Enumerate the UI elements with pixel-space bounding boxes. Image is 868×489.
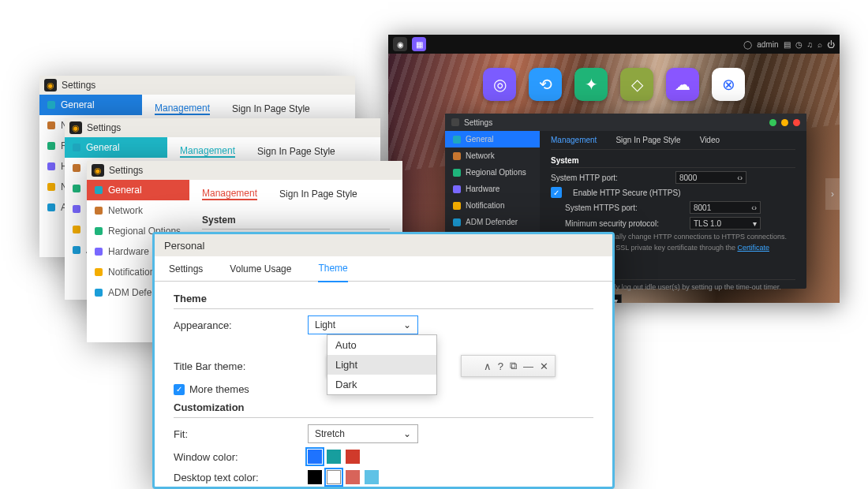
shield-icon: [453, 218, 461, 226]
app-connect[interactable]: ⊗: [712, 68, 745, 101]
dtcolor-swatch[interactable]: [365, 470, 379, 484]
dtcolor-swatch[interactable]: [308, 470, 322, 484]
close-dot[interactable]: [793, 119, 800, 126]
desktop-apps: ◎⟲✦◇☁⊗: [388, 68, 840, 101]
stepper-icon: ‹›: [737, 174, 743, 182]
tab-settings[interactable]: Settings: [169, 263, 203, 274]
appearance-opt-light[interactable]: Light: [327, 355, 436, 375]
power-icon[interactable]: ⏻: [827, 40, 835, 49]
shield-icon: [73, 246, 80, 254]
minimize-icon: —: [523, 360, 533, 372]
help-icon: ?: [498, 360, 503, 372]
section-theme: Theme: [174, 293, 593, 309]
wincolor-swatch[interactable]: [327, 450, 341, 464]
chip-icon: [73, 205, 80, 213]
globe-icon: [73, 164, 80, 172]
appearance-label: Appearance:: [174, 319, 308, 331]
gear-icon: [47, 101, 55, 109]
https-port-input[interactable]: 8001‹›: [690, 201, 761, 214]
dark-tabs: Management Sign In Page Style Video: [551, 131, 795, 150]
dark-side-regional-options[interactable]: Regional Options: [445, 164, 540, 181]
restore-icon: ⧉: [510, 360, 517, 372]
gear-icon: [73, 144, 80, 151]
dark-side-network[interactable]: Network: [445, 147, 540, 164]
settings-title: Settings: [109, 165, 143, 176]
tab-signin[interactable]: Sign In Page Style: [257, 146, 335, 157]
menu-icon[interactable]: ◉: [393, 37, 407, 51]
wincolor-swatch[interactable]: [308, 450, 322, 464]
app-media[interactable]: ◇: [620, 68, 653, 101]
section-customization: Customization: [174, 401, 593, 418]
dark-side-notification[interactable]: Notification: [445, 197, 540, 214]
clock-icon[interactable]: ◷: [795, 40, 803, 49]
user-name[interactable]: admin: [757, 40, 778, 49]
tab-management[interactable]: Management: [155, 103, 210, 115]
side-general[interactable]: General: [39, 95, 142, 115]
tab-management[interactable]: Management: [551, 136, 597, 144]
dashboard-icon[interactable]: ▤: [784, 40, 791, 49]
settings-titlebar: ◉Settings: [65, 118, 380, 137]
settings-title: Settings: [87, 122, 121, 133]
tab-management[interactable]: Management: [180, 145, 235, 158]
fit-label: Fit:: [174, 428, 308, 440]
http-port-input[interactable]: 8000‹›: [675, 171, 746, 184]
app-cleaner[interactable]: ⟲: [529, 68, 562, 101]
globe-alt-icon: [73, 185, 80, 192]
bell-icon[interactable]: ♫: [807, 40, 814, 49]
dark-side-hardware[interactable]: Hardware: [445, 181, 540, 197]
app-utility[interactable]: ◎: [483, 68, 516, 101]
more-themes-checkbox[interactable]: ✓: [174, 384, 185, 395]
wincolor-swatch[interactable]: [346, 450, 360, 464]
grid-icon[interactable]: ▦: [412, 37, 426, 51]
tab-signin[interactable]: Sign In Page Style: [279, 189, 357, 200]
side-general[interactable]: General: [65, 137, 167, 158]
search-icon[interactable]: ⌕: [817, 40, 822, 49]
wincolor-label: Window color:: [174, 451, 308, 463]
side-general[interactable]: General: [87, 180, 189, 200]
section-system: System: [551, 156, 795, 168]
chevron-down-icon: ⌄: [403, 319, 411, 330]
https-checkbox[interactable]: ✓: [551, 187, 562, 198]
tab-theme[interactable]: Theme: [318, 263, 347, 282]
tab-signin[interactable]: Sign In Page Style: [232, 103, 310, 114]
min-dot[interactable]: [769, 119, 776, 126]
dark-side-adm-defender[interactable]: ADM Defender: [445, 214, 540, 230]
app-docs[interactable]: ✦: [574, 68, 608, 101]
appearance-dropdown: Auto Light Dark: [327, 334, 437, 395]
dtcolor-swatches: [308, 470, 379, 484]
gear-icon: ◉: [44, 79, 57, 91]
window-title: Settings: [464, 118, 765, 127]
appearance-opt-dark[interactable]: Dark: [327, 375, 436, 394]
settings-titlebar: ◉Settings: [87, 161, 402, 180]
shield-icon: [95, 289, 103, 297]
window-titlebar: Settings: [445, 114, 806, 131]
tab-management[interactable]: Management: [202, 188, 257, 200]
titlebar-label: Title Bar theme:: [174, 360, 308, 372]
bell-icon: [453, 202, 461, 210]
fit-select[interactable]: Stretch⌄: [308, 424, 418, 443]
globe-alt-icon: [453, 169, 461, 177]
more-themes-label: More themes: [189, 383, 249, 395]
next-page-icon[interactable]: ›: [825, 178, 840, 210]
titlebar-win-preview[interactable]: ∧ ? ⧉ — ✕: [461, 355, 556, 377]
dtcolor-swatch[interactable]: [327, 470, 341, 484]
tab-signin[interactable]: Sign In Page Style: [615, 136, 680, 144]
globe-icon: [47, 121, 55, 129]
tab-video[interactable]: Video: [700, 136, 720, 144]
personal-window: Personal Settings Volume Usage Theme The…: [152, 232, 615, 489]
app-cloud[interactable]: ☁: [666, 68, 699, 101]
gear-icon: [453, 136, 461, 144]
chip-icon: [47, 162, 55, 170]
appearance-opt-auto[interactable]: Auto: [327, 335, 436, 355]
appearance-select[interactable]: Light ⌄: [308, 315, 418, 334]
chevron-down-icon: ⌄: [403, 428, 411, 439]
minsec-select[interactable]: TLS 1.0▾: [690, 217, 761, 230]
side-network[interactable]: Network: [87, 200, 189, 221]
shield-icon: [47, 203, 55, 211]
dtcolor-swatch[interactable]: [346, 470, 360, 484]
personal-title: Personal: [164, 240, 204, 252]
globe-icon: [95, 207, 103, 215]
tab-volusage[interactable]: Volume Usage: [230, 263, 291, 274]
max-dot[interactable]: [781, 119, 788, 126]
dark-side-general[interactable]: General: [445, 131, 540, 147]
